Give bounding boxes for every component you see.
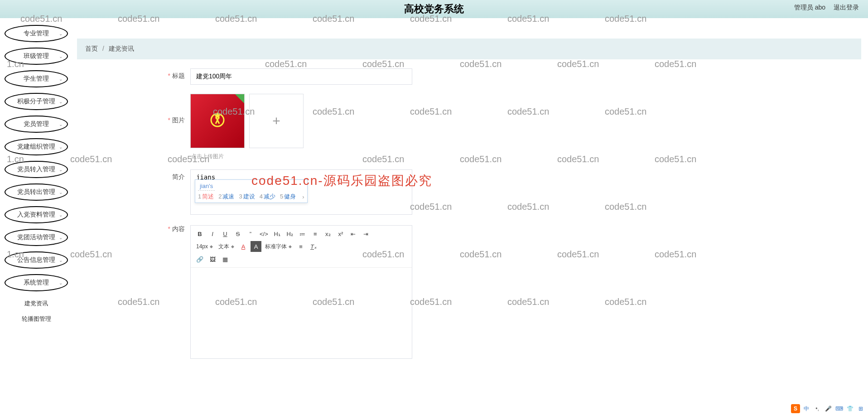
h2-button[interactable]: H₂ — [285, 228, 295, 239]
ime-candidate-5[interactable]: 5健身 — [280, 193, 296, 201]
title-input[interactable] — [190, 68, 412, 85]
ime-candidate-1[interactable]: 1简述 — [198, 193, 214, 201]
sidebar-item-label: 党员转入管理 — [17, 165, 55, 174]
image-thumbnail[interactable] — [190, 94, 245, 148]
ime-raw-text: jian's — [198, 182, 215, 191]
ime-candidate-3[interactable]: 3建设 — [239, 193, 255, 201]
sidebar-item-class[interactable]: 班级管理⌄ — [5, 48, 68, 65]
sidebar-item-org[interactable]: 党建组织管理⌄ — [5, 138, 68, 155]
admin-label[interactable]: 管理员 abo — [794, 4, 825, 12]
align-button[interactable]: ≡ — [295, 241, 306, 252]
rich-editor: B I U S ” </> H₁ H₂ ≔ ≡ x₂ x² ⇤ — [190, 225, 412, 359]
sidebar-item-label: 学生管理 — [24, 75, 49, 83]
italic-button[interactable]: I — [207, 228, 218, 239]
form-row-title: *标题 — [77, 68, 861, 85]
editor-toolbar: B I U S ” </> H₁ H₂ ≔ ≡ x₂ x² ⇤ — [191, 226, 412, 268]
video-button[interactable]: ▦ — [220, 254, 231, 265]
form-row-image: *图片 + 点击上传图片 — [77, 94, 861, 160]
bg-color-button[interactable]: A — [251, 241, 261, 252]
sidebar-item-materials[interactable]: 入党资料管理⌄ — [5, 206, 68, 223]
chevron-down-icon: ⌄ — [59, 167, 63, 172]
sidebar-sub-news[interactable]: 建党资讯 — [5, 297, 68, 310]
breadcrumb-current: 建党资讯 — [109, 45, 134, 52]
link-button[interactable]: 🔗 — [194, 254, 205, 265]
chevron-down-icon: ⌄ — [59, 99, 63, 104]
indent-button[interactable]: ⇥ — [361, 228, 371, 239]
h1-button[interactable]: H₁ — [272, 228, 283, 239]
ul-button[interactable]: ≡ — [310, 228, 321, 239]
form-area: *标题 *图片 + 点击上传图片 — [77, 59, 861, 359]
ol-button[interactable]: ≔ — [297, 228, 308, 239]
outdent-button[interactable]: ⇤ — [348, 228, 359, 239]
editor-content[interactable] — [191, 268, 412, 358]
header: 高校党务系统 管理员 abo 退出登录 — [0, 0, 868, 18]
ime-more-icon[interactable]: › — [302, 193, 304, 200]
label-text: 简介 — [172, 173, 185, 180]
breadcrumb: 首页 / 建党资讯 — [77, 39, 861, 59]
form-row-intro: 简介 jians jian's 1简述 2减速 3建设 4减少 5健身 › — [77, 169, 861, 216]
form-label-image: *图片 — [77, 94, 190, 125]
chevron-down-icon: ⌄ — [59, 235, 63, 240]
chevron-down-icon: ⌄ — [59, 258, 63, 263]
header-right: 管理员 abo 退出登录 — [794, 4, 859, 12]
sidebar-item-activity[interactable]: 党团活动管理⌄ — [5, 229, 68, 246]
chevron-down-icon: ⌄ — [59, 77, 63, 82]
sidebar-item-label: 党员管理 — [24, 120, 49, 128]
breadcrumb-sep: / — [102, 45, 104, 52]
required-icon: * — [168, 72, 170, 79]
underline-button[interactable]: U — [220, 228, 231, 239]
sidebar-item-transfer-in[interactable]: 党员转入管理⌄ — [5, 161, 68, 178]
sidebar-item-system[interactable]: 系统管理⌄ — [5, 274, 68, 291]
font-size-select[interactable]: 14px◆ — [194, 243, 215, 250]
sidebar-item-label: 党建组织管理 — [17, 143, 55, 151]
ime-popup[interactable]: jian's 1简述 2减速 3建设 4减少 5健身 › — [195, 179, 308, 203]
sidebar-item-label: 系统管理 — [24, 279, 49, 287]
svg-marker-1 — [214, 112, 221, 119]
sidebar-item-label: 班级管理 — [24, 52, 49, 60]
chevron-down-icon: ⌄ — [59, 31, 63, 36]
ime-candidate-4[interactable]: 4减少 — [260, 193, 275, 201]
quote-button[interactable]: ” — [245, 228, 256, 239]
main-content: 首页 / 建党资讯 *标题 *图片 — [77, 39, 861, 359]
chevron-down-icon: ⌄ — [59, 145, 63, 150]
subscript-button[interactable]: x₂ — [323, 228, 333, 239]
dropdown-icon: ◆ — [289, 244, 292, 249]
label-text: 图片 — [172, 116, 185, 124]
dropdown-icon: ◆ — [210, 244, 213, 249]
code-button[interactable]: </> — [258, 228, 270, 239]
sidebar-item-notice[interactable]: 公告信息管理⌄ — [5, 251, 68, 269]
font-type-select[interactable]: 文本◆ — [217, 243, 236, 251]
chevron-down-icon: ⌄ — [59, 122, 63, 127]
font-color-button[interactable]: A — [238, 241, 249, 252]
breadcrumb-home[interactable]: 首页 — [85, 45, 98, 52]
image-hint: 点击上传图片 — [191, 153, 861, 160]
image-button[interactable]: 🖼 — [207, 254, 218, 265]
sidebar-item-student[interactable]: 学生管理⌄ — [5, 70, 68, 87]
ime-candidates: 1简述 2减速 3建设 4减少 5健身 › — [198, 193, 304, 201]
add-image-button[interactable]: + — [249, 94, 304, 148]
sidebar-item-label: 党员转出管理 — [17, 188, 55, 196]
label-text: 标题 — [172, 72, 185, 79]
logout-link[interactable]: 退出登录 — [834, 4, 859, 12]
required-icon: * — [168, 116, 170, 124]
form-row-content: *内容 B I U S ” </> H₁ H₂ ≔ — [77, 225, 861, 359]
bold-button[interactable]: B — [194, 228, 205, 239]
required-icon: * — [168, 225, 170, 232]
sidebar-item-member[interactable]: 党员管理⌄ — [5, 116, 68, 133]
clear-format-button[interactable]: Tₓ — [308, 241, 319, 252]
superscript-button[interactable]: x² — [335, 228, 346, 239]
ime-candidate-2[interactable]: 2减速 — [218, 193, 234, 201]
sidebar-item-label: 入党资料管理 — [17, 211, 55, 219]
chevron-down-icon: ⌄ — [59, 212, 63, 217]
sidebar-item-transfer-out[interactable]: 党员转出管理⌄ — [5, 183, 68, 201]
chevron-down-icon: ⌄ — [59, 280, 63, 285]
sidebar-item-major[interactable]: 专业管理⌄ — [5, 25, 68, 42]
sidebar-item-label: 公告信息管理 — [17, 256, 55, 264]
dropdown-icon: ◆ — [231, 244, 234, 249]
app-title: 高校党务系统 — [404, 2, 464, 16]
sidebar-item-activist[interactable]: 积极分子管理⌄ — [5, 93, 68, 110]
sidebar-sub-carousel[interactable]: 轮播图管理 — [5, 312, 68, 326]
font-family-select[interactable]: 标准字体◆ — [263, 243, 294, 251]
strike-button[interactable]: S — [232, 228, 243, 239]
form-label-intro: 简介 — [77, 169, 190, 181]
